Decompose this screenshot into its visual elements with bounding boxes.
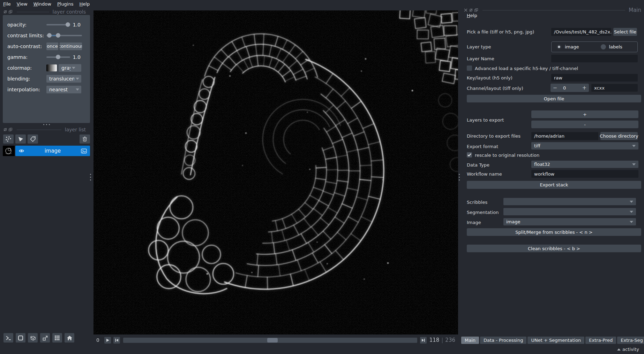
- viewer-canvas[interactable]: [93, 10, 458, 334]
- menu-help[interactable]: Help: [80, 1, 90, 7]
- pick-file-label: Pick a file (tiff or h5, png, jpg): [467, 29, 534, 34]
- frame-slider[interactable]: [123, 338, 417, 343]
- radio-labels[interactable]: [601, 44, 606, 49]
- right-splitter-handle[interactable]: [459, 174, 460, 180]
- pick-file-path-field[interactable]: /Ovules/test/N_482_ds2x.h5: [551, 28, 611, 36]
- key-layout-label: Key/layout (h5 only): [467, 75, 512, 80]
- layer-row-image[interactable]: image: [15, 146, 90, 156]
- float-panel-icon[interactable]: [9, 128, 12, 131]
- export-dir-field[interactable]: /home/adrian: [531, 132, 598, 140]
- square-2d-icon: [17, 335, 24, 341]
- export-stack-button[interactable]: Export stack: [467, 181, 641, 189]
- key-layout-field[interactable]: raw: [551, 74, 638, 82]
- float-panel-icon[interactable]: [474, 8, 478, 12]
- menu-view[interactable]: View: [17, 1, 28, 7]
- gamma-slider[interactable]: [46, 56, 70, 58]
- export-format-select[interactable]: tiff: [531, 142, 638, 149]
- channel-value[interactable]: 0: [560, 85, 580, 91]
- console-button[interactable]: [3, 333, 13, 343]
- home-reset-view-button[interactable]: [65, 333, 74, 343]
- remove-layer-export-button[interactable]: -: [531, 121, 638, 128]
- ndisplay-2d-button[interactable]: [16, 333, 25, 343]
- float-panel-icon[interactable]: [9, 10, 12, 14]
- auto-contrast-label: auto-contrast:: [7, 44, 46, 49]
- grid-view-button[interactable]: [52, 333, 62, 343]
- play-button[interactable]: [104, 337, 111, 344]
- new-points-layer-button[interactable]: [3, 134, 14, 144]
- viewer-toolbar: [3, 333, 74, 343]
- tab-extra-seg[interactable]: Extra-Seg: [617, 337, 644, 344]
- spin-plus-button[interactable]: +: [580, 85, 589, 91]
- advanced-load-label: Advanced load a specific h5-key / tiff-c…: [475, 66, 578, 71]
- new-labels-layer-button[interactable]: [28, 134, 38, 144]
- gamma-label: gamma:: [7, 54, 46, 60]
- skip-first-icon: [115, 338, 119, 342]
- chevron-down-icon: [72, 67, 75, 69]
- add-layer-export-button[interactable]: +: [531, 110, 638, 118]
- activity-toggle[interactable]: activity: [617, 347, 639, 352]
- select-file-button[interactable]: Select file: [613, 28, 637, 36]
- chevron-down-icon: [76, 88, 79, 91]
- plugin-tab-bar: Main Data - Processing UNet + Segmentati…: [461, 337, 644, 344]
- auto-contrast-continuous-button[interactable]: continuous: [60, 43, 82, 50]
- layer-name-field[interactable]: [551, 55, 638, 62]
- help-menu[interactable]: Help: [467, 13, 477, 18]
- radio-image[interactable]: [556, 44, 562, 49]
- panel-resize-handle[interactable]: [3, 124, 90, 125]
- opacity-slider[interactable]: [46, 24, 70, 25]
- contrast-limits-slider[interactable]: [46, 35, 82, 36]
- opacity-label: opacity:: [7, 22, 46, 28]
- left-splitter-handle[interactable]: [90, 174, 91, 180]
- delete-layer-button[interactable]: [80, 134, 90, 144]
- channel-layout-label: Channel/layout (tiff only): [467, 86, 523, 91]
- split-merge-button[interactable]: Split/Merge from scribbles - < n >: [467, 228, 641, 236]
- menu-plugins[interactable]: Plugins: [57, 1, 74, 7]
- transpose-dimensions-button[interactable]: [40, 333, 50, 343]
- tab-unet-segmentation[interactable]: UNet + Segmentation: [527, 337, 584, 344]
- interpolation-select[interactable]: nearest: [46, 86, 81, 93]
- scribbles-select[interactable]: [503, 198, 636, 205]
- hide-panel-icon[interactable]: [3, 128, 7, 131]
- visibility-eye-icon[interactable]: [18, 148, 24, 153]
- auto-contrast-once-button[interactable]: once: [46, 43, 58, 50]
- layer-name: image: [24, 148, 81, 154]
- interpolation-label: interpolation:: [7, 87, 46, 92]
- menu-window[interactable]: Window: [33, 1, 51, 7]
- skip-to-first-button[interactable]: [113, 337, 120, 344]
- tab-main[interactable]: Main: [461, 337, 479, 344]
- opacity-value: 1.0: [70, 22, 81, 28]
- frame-slider-handle[interactable]: [267, 338, 278, 343]
- dimension-slider-bar: 0 118 | 236: [93, 336, 458, 345]
- blending-select[interactable]: translucent: [46, 75, 81, 83]
- skip-to-last-button[interactable]: [420, 337, 427, 344]
- open-file-button[interactable]: Open file: [467, 95, 641, 102]
- data-type-select[interactable]: float32: [531, 161, 638, 168]
- divider: [17, 12, 49, 12]
- roll-dimensions-button[interactable]: [28, 333, 38, 343]
- workflow-name-field[interactable]: workflow: [531, 170, 638, 178]
- check-icon: [467, 153, 471, 156]
- advanced-load-checkbox[interactable]: [467, 66, 472, 71]
- close-panel-icon[interactable]: [464, 8, 467, 12]
- layer-controls-panel: opacity: 1.0 contrast limits: auto-contr…: [3, 15, 90, 123]
- tab-extra-pred[interactable]: Extra-Pred: [585, 337, 616, 344]
- clean-scribbles-button[interactable]: Clean scribbles - < b >: [467, 245, 641, 252]
- channel-layout-field[interactable]: xcxx: [591, 84, 638, 92]
- image-select[interactable]: image: [503, 218, 636, 225]
- menu-file[interactable]: File: [3, 1, 11, 7]
- export-dir-label: Directory to export files: [467, 133, 521, 139]
- segmentation-select[interactable]: [503, 208, 636, 215]
- hide-panel-icon[interactable]: [469, 8, 473, 12]
- export-format-label: Export format: [467, 144, 498, 149]
- layer-type-label: Layer type: [467, 44, 491, 49]
- hide-panel-icon[interactable]: [3, 10, 7, 14]
- new-shapes-layer-button[interactable]: [15, 134, 26, 144]
- colormap-select[interactable]: gray: [59, 64, 81, 72]
- radio-labels-label: labels: [609, 44, 622, 49]
- spin-minus-button[interactable]: −: [551, 85, 560, 91]
- menu-bar: File View Window Plugins Help: [0, 0, 644, 8]
- choose-directory-button[interactable]: Choose directory: [600, 132, 638, 140]
- rescale-checkbox[interactable]: [467, 152, 472, 157]
- shapes-icon: [17, 136, 24, 142]
- tab-data-processing[interactable]: Data - Processing: [480, 337, 526, 344]
